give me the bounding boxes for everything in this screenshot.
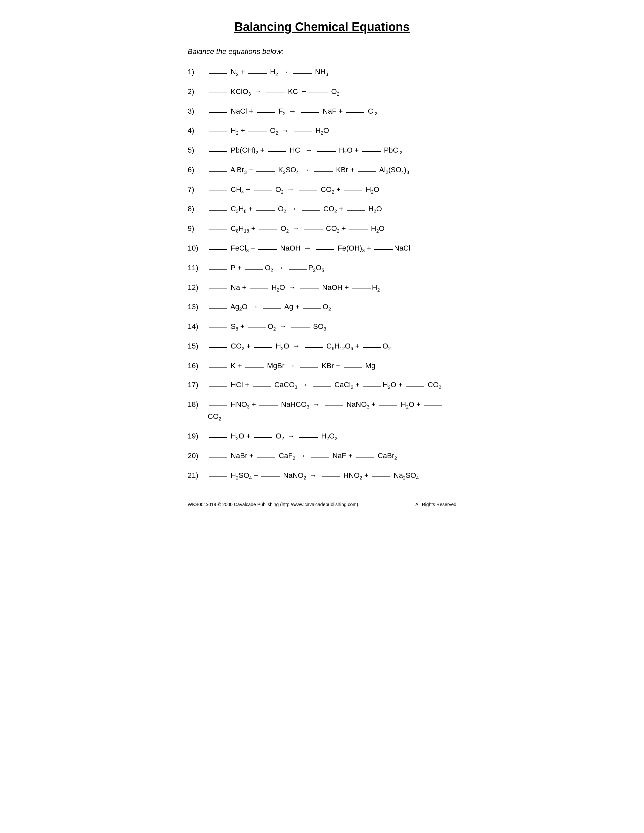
answer-blank (209, 347, 227, 348)
answer-blank (209, 229, 227, 230)
equation-item: 4) H2 + O2 → H2O (188, 125, 456, 137)
answer-blank (372, 476, 390, 477)
answer-blank (254, 436, 272, 438)
answer-blank (303, 307, 321, 309)
equation-item: 21) H2SO4 + NaNO2 → HNO2 + Na2SO4 (188, 470, 456, 482)
answer-blank (256, 209, 275, 211)
arrow-symbol: → (287, 432, 295, 440)
equation-item: 12) Na + H2O → NaOH + H2 (188, 281, 456, 294)
equation-item: 8) C3H8 + O2 → CO2 + H2O (188, 203, 456, 215)
equation-item: 11) P + O2 → P2O5 (188, 262, 456, 274)
answer-blank (294, 131, 312, 132)
equation-item: 14) S8 + O2 → SO3 (188, 320, 456, 333)
answer-blank (254, 347, 272, 348)
answer-blank (291, 327, 310, 328)
answer-blank (209, 112, 227, 113)
equation-content: FeCl3 + NaOH → Fe(OH)3 + NaCl (208, 242, 456, 254)
answer-blank (344, 190, 362, 191)
equation-number: 6) (188, 164, 208, 175)
equation-item: 19) H2O + O2 → H2O2 (188, 430, 456, 442)
equation-item: 6) AlBr3 + K2SO4 → KBr + Al2(SO4)3 (188, 164, 456, 176)
equation-number: 4) (188, 125, 208, 136)
answer-blank (293, 72, 312, 74)
arrow-symbol: → (279, 322, 287, 331)
equation-content: Pb(OH)2 + HCl → H2O + PbCl2 (208, 144, 456, 157)
answer-blank (248, 131, 267, 132)
equation-number: 13) (188, 301, 208, 312)
answer-blank (209, 405, 227, 406)
equation-number: 10) (188, 242, 208, 254)
answer-blank (317, 151, 336, 152)
equation-content: H2O + O2 → H2O2 (208, 430, 456, 442)
equation-number: 17) (188, 379, 208, 391)
answer-blank (349, 229, 368, 230)
arrow-symbol: → (251, 302, 258, 311)
answer-blank (209, 307, 227, 309)
equation-number: 19) (188, 430, 208, 442)
arrow-symbol: → (288, 362, 295, 370)
arrow-symbol: → (289, 107, 296, 115)
equation-content: NaBr + CaF2 → NaF + CaBr2 (208, 450, 456, 462)
answer-blank (353, 288, 371, 289)
answer-blank (305, 347, 323, 348)
arrow-symbol: → (277, 264, 284, 272)
answer-blank (300, 288, 319, 289)
answer-blank (209, 151, 227, 152)
answer-blank (253, 385, 271, 386)
answer-blank (209, 268, 227, 270)
answer-blank (209, 190, 227, 191)
answer-blank (209, 366, 227, 368)
equation-item: 13) Ag2O → Ag + O2 (188, 301, 456, 313)
equation-number: 16) (188, 360, 208, 371)
footer: WKS001x019 © 2000 Cavalcade Publishing (… (188, 502, 456, 507)
arrow-symbol: → (302, 166, 310, 174)
equation-number: 7) (188, 183, 208, 195)
answer-blank (374, 249, 393, 250)
answer-blank (379, 405, 397, 406)
answer-blank (250, 288, 268, 289)
answer-blank (309, 92, 328, 93)
equation-item: 1) N2 + H2 → NH3 (188, 66, 456, 78)
answer-blank (248, 72, 267, 74)
equation-number: 5) (188, 144, 208, 156)
arrow-symbol: → (281, 68, 289, 76)
equation-number: 1) (188, 66, 208, 78)
subtitle: Balance the equations below: (188, 47, 456, 56)
equation-item: 15) CO2 + H2O → C6H12O6 + O2 (188, 340, 456, 352)
arrow-symbol: → (304, 244, 311, 252)
arrow-symbol: → (305, 146, 312, 154)
equation-content: K + MgBr → KBr + Mg (208, 360, 456, 371)
equation-number: 11) (188, 262, 208, 273)
answer-blank (257, 456, 275, 457)
equation-number: 20) (188, 450, 208, 462)
equation-content: KClO3 → KCl + O2 (208, 86, 456, 98)
answer-blank (406, 385, 424, 386)
equation-number: 9) (188, 223, 208, 234)
arrow-symbol: → (290, 204, 297, 213)
equation-item: 3) NaCl + F2 → NaF + Cl2 (188, 105, 456, 117)
answer-blank (248, 327, 266, 328)
answer-blank (289, 268, 307, 270)
equations-list: 1) N2 + H2 → NH3 2) KClO3 → KCl + O2 3) … (188, 66, 456, 482)
arrow-symbol: → (288, 283, 296, 291)
equation-content: CO2 + H2O → C6H12O6 + O2 (208, 340, 456, 352)
equation-number: 12) (188, 281, 208, 293)
answer-blank (325, 405, 343, 406)
equation-content: N2 + H2 → NH3 (208, 66, 456, 78)
arrow-symbol: → (293, 342, 300, 350)
equation-item: 7) CH4 + O2 → CO2 + H2O (188, 183, 456, 196)
equation-number: 3) (188, 105, 208, 117)
answer-blank (254, 190, 272, 191)
answer-blank (316, 249, 334, 250)
answer-blank (356, 456, 374, 457)
answer-blank (209, 385, 227, 386)
answer-blank (266, 92, 285, 93)
answer-blank (259, 405, 278, 406)
arrow-symbol: → (299, 452, 306, 460)
equation-number: 21) (188, 470, 208, 481)
answer-blank (358, 170, 376, 172)
answer-blank (299, 436, 318, 438)
answer-blank (362, 151, 381, 152)
equation-item: 17) HCl + CaCO3 → CaCl2 + H2O + CO2 (188, 379, 456, 391)
answer-blank (302, 209, 320, 211)
